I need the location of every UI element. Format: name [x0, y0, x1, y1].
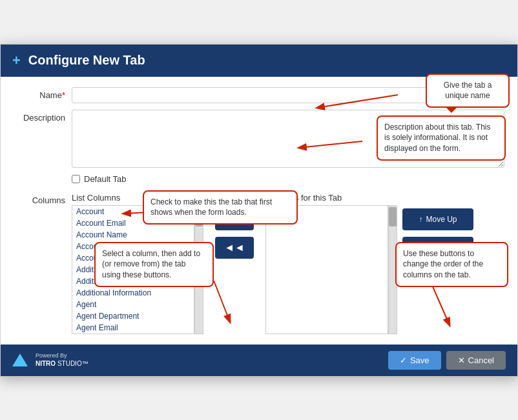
move-up-label: Move Up: [426, 215, 457, 224]
plus-icon: +: [12, 52, 21, 69]
list-item[interactable]: Agent: [72, 299, 194, 310]
cancel-icon: ✕: [458, 355, 465, 365]
remove-icon: ◄◄: [224, 242, 245, 254]
list-item[interactable]: Account Phone: [72, 252, 194, 264]
move-up-icon: ↑: [419, 215, 422, 224]
configure-tab-modal: + Configure New Tab Give the tab a uniqu…: [0, 44, 518, 377]
move-down-label: Move Down: [421, 243, 462, 252]
modal-body: Give the tab a unique name Description a…: [1, 77, 517, 345]
modal-title: Configure New Tab: [28, 53, 145, 68]
list-item[interactable]: Account: [72, 206, 194, 217]
add-icon: ►►: [224, 214, 245, 225]
default-tab-row: Default Tab: [72, 174, 504, 184]
description-row: Description: [14, 110, 504, 168]
powered-by-label: Powered By: [36, 352, 88, 360]
cancel-label: Cancel: [468, 355, 494, 365]
save-label: Save: [410, 355, 430, 365]
scroll-thumb: [195, 207, 203, 226]
name-row: Name*: [14, 87, 504, 103]
cancel-button[interactable]: ✕ Cancel: [446, 351, 506, 370]
list-item[interactable]: Additional Contact: [72, 264, 194, 275]
brand-name: NITRO STUDIO™: [36, 359, 88, 368]
columns-section: Columns List Columns AccountAccount Emai…: [14, 193, 504, 334]
name-required: *: [62, 90, 65, 100]
move-down-button[interactable]: ↓ Move Down: [402, 237, 473, 259]
transfer-buttons: ►► ◄◄: [209, 193, 260, 259]
remove-columns-button[interactable]: ◄◄: [215, 237, 254, 259]
list-item[interactable]: Account Number: [72, 241, 194, 252]
move-up-button[interactable]: ↑ Move Up: [402, 208, 473, 230]
description-textarea[interactable]: [72, 110, 504, 168]
modal-header: + Configure New Tab: [1, 45, 517, 77]
list-columns-box[interactable]: AccountAccount EmailAccount NameAccount …: [72, 205, 194, 334]
list-item[interactable]: Agent Email: [72, 322, 194, 334]
tab-columns-scrollbar[interactable]: [388, 205, 397, 334]
list-columns-group: List Columns AccountAccount EmailAccount…: [72, 193, 203, 334]
save-button[interactable]: ✓ Save: [388, 351, 441, 370]
move-buttons-group: ↑ Move Up ↓ Move Down: [402, 193, 480, 259]
list-item[interactable]: Account Name: [72, 229, 194, 241]
save-icon: ✓: [400, 355, 407, 365]
default-tab-checkbox[interactable]: [72, 175, 80, 183]
tab-columns-group: Columns for this Tab: [265, 193, 397, 334]
brand-text: Powered By NITRO STUDIO™: [36, 352, 88, 368]
list-item[interactable]: Agent Department: [72, 310, 194, 322]
name-input[interactable]: [72, 87, 504, 103]
list-columns-label: List Columns: [72, 193, 203, 203]
tab-scroll-thumb: [389, 207, 397, 226]
description-label: Description: [14, 110, 72, 123]
list-item[interactable]: Account Email: [72, 217, 194, 229]
columns-label: Columns: [14, 193, 72, 205]
modal-footer: Powered By NITRO STUDIO™ ✓ Save ✕ Cancel: [1, 345, 517, 376]
tab-columns-box[interactable]: [265, 205, 388, 334]
move-down-icon: ↓: [414, 243, 418, 252]
brand-logo-icon: [12, 354, 28, 366]
footer-brand: Powered By NITRO STUDIO™: [12, 352, 88, 368]
add-columns-button[interactable]: ►►: [215, 208, 254, 230]
list-item[interactable]: Additional Information: [72, 287, 194, 299]
tab-columns-label: Columns for this Tab: [265, 193, 397, 203]
footer-actions: ✓ Save ✕ Cancel: [388, 351, 506, 370]
list-item[interactable]: Agent Phone: [72, 334, 194, 334]
list-item[interactable]: Additional Contact Email: [72, 275, 194, 287]
name-label: Name*: [14, 87, 72, 100]
list-columns-scrollbar[interactable]: [194, 205, 203, 334]
default-tab-label: Default Tab: [84, 174, 127, 184]
columns-inner: List Columns AccountAccount EmailAccount…: [72, 193, 504, 334]
